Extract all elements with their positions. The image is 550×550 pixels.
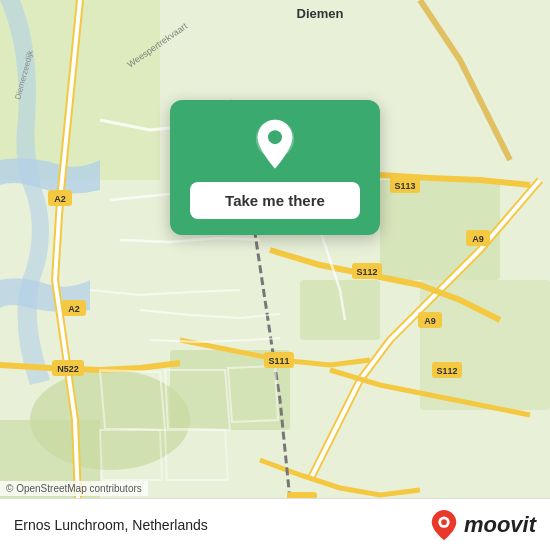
svg-text:A9: A9 xyxy=(472,234,484,244)
svg-text:A2: A2 xyxy=(54,194,66,204)
svg-text:S111: S111 xyxy=(268,356,289,366)
location-pin-icon xyxy=(248,118,302,172)
take-me-there-button[interactable]: Take me there xyxy=(190,182,360,219)
bottom-bar: Ernos Lunchroom, Netherlands moovit xyxy=(0,498,550,550)
svg-text:Diemen: Diemen xyxy=(297,6,344,21)
attribution: © OpenStreetMap contributors xyxy=(0,481,148,496)
svg-rect-5 xyxy=(420,280,550,410)
svg-text:A2: A2 xyxy=(68,304,80,314)
moovit-pin-icon xyxy=(430,509,458,541)
map-container: Weespertrekvaart Diemerzeedijk A2 A2 A9 … xyxy=(0,0,550,550)
svg-point-35 xyxy=(441,519,447,525)
svg-text:A9: A9 xyxy=(424,316,436,326)
location-name: Ernos Lunchroom, Netherlands xyxy=(14,517,208,533)
tooltip-card: Take me there xyxy=(170,100,380,235)
svg-text:N522: N522 xyxy=(57,364,79,374)
map-svg: Weespertrekvaart Diemerzeedijk A2 A2 A9 … xyxy=(0,0,550,550)
moovit-logo: moovit xyxy=(430,509,536,541)
svg-text:S113: S113 xyxy=(394,181,415,191)
svg-point-33 xyxy=(268,130,282,144)
svg-text:S112: S112 xyxy=(356,267,377,277)
moovit-brand-text: moovit xyxy=(464,512,536,538)
svg-text:S112: S112 xyxy=(436,366,457,376)
